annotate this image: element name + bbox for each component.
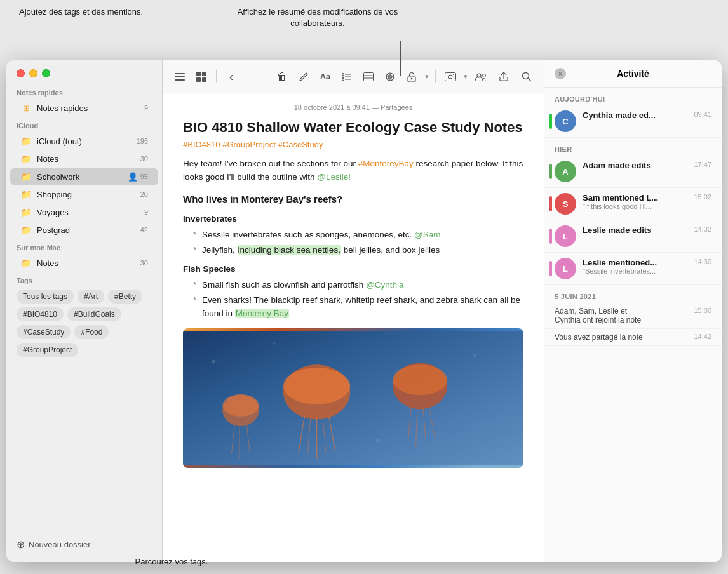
- folder-icon-mac-notes: 📁: [20, 257, 32, 269]
- activity-info-leslie-mention: Leslie mentioned... "Sessile invertebrat…: [583, 258, 689, 275]
- avatar-sam: S: [555, 193, 576, 215]
- collaborate-button[interactable]: [471, 67, 490, 86]
- icloud-all-count: 196: [137, 137, 148, 145]
- schoolwork-label: Schoolwork: [37, 172, 125, 182]
- svg-rect-13: [364, 72, 374, 81]
- tag-tous[interactable]: Tous les tags: [17, 290, 74, 304]
- schoolwork-count: 95: [140, 173, 148, 180]
- toolbar: ‹ 🗑 Aa: [163, 60, 544, 93]
- activity-item-sam[interactable]: S Sam mentioned L... "If this looks good…: [544, 188, 722, 220]
- sidebar-item-voyages[interactable]: 📁 Voyages 9: [10, 204, 158, 220]
- new-folder-icon: ⊕: [17, 538, 25, 551]
- sidebar-item-schoolwork[interactable]: 📁 Schoolwork 👤 95: [10, 168, 158, 185]
- main-content: ‹ 🗑 Aa: [163, 60, 544, 562]
- svg-point-41: [393, 364, 447, 395]
- leslie-edits-name: Leslie made edits: [583, 225, 689, 235]
- lock-button[interactable]: [402, 67, 421, 86]
- leslie-mention-preview: "Sessile invertebrates...: [583, 267, 689, 275]
- avatar-adam: A: [555, 161, 576, 182]
- invertebrates-item-1: Sessile invertebrates such as sponges, a…: [193, 228, 523, 242]
- quick-notes-count: 9: [144, 104, 148, 112]
- mention-leslie: @Leslie!: [317, 172, 351, 182]
- activity-close-button[interactable]: ×: [555, 68, 566, 79]
- maximize-button[interactable]: [42, 69, 50, 77]
- search-button[interactable]: [517, 67, 536, 86]
- checklist-button[interactable]: [337, 67, 356, 86]
- list-view-button[interactable]: [170, 67, 189, 86]
- sidebar: Notes rapides ⊞ Notes rapides 9 iCloud 📁…: [6, 60, 163, 562]
- delete-button[interactable]: 🗑: [273, 67, 292, 86]
- svg-point-28: [483, 74, 486, 77]
- sidebar-item-mac-notes[interactable]: 📁 Notes 30: [10, 255, 158, 271]
- activity-info-leslie-edits: Leslie made edits: [583, 225, 689, 235]
- folder-icon-schoolwork: 📁: [20, 171, 32, 182]
- activity-item-leslie-mention[interactable]: L Leslie mentioned... "Sessile invertebr…: [544, 253, 722, 285]
- sidebar-item-quick-notes[interactable]: ⊞ Notes rapides 9: [10, 100, 158, 116]
- mention-cynthia: @Cynthia: [366, 280, 403, 290]
- tag-casestudy[interactable]: #CaseStudy: [17, 325, 71, 339]
- mac-section-label: Sur mon Mac: [6, 239, 162, 254]
- tag-bio4810[interactable]: #BIO4810: [17, 307, 64, 321]
- smart-folder-button[interactable]: [381, 67, 400, 86]
- tag-buildgoals[interactable]: #BuildGoals: [67, 307, 121, 321]
- new-folder-button[interactable]: ⊕ Nouveau dossier: [6, 533, 162, 556]
- close-x-icon: ×: [558, 70, 562, 77]
- fish-item-2: Even sharks! The blacktip reef shark, wh…: [193, 293, 523, 321]
- svg-point-30: [523, 72, 529, 79]
- schoolwork-badge: 👤 95: [128, 172, 148, 182]
- folder-icon-postgrad: 📁: [20, 224, 32, 236]
- svg-rect-0: [175, 73, 185, 74]
- quick-notes-label: Notes rapides: [37, 103, 142, 113]
- tags-section-label: Tags: [17, 277, 152, 284]
- mention-sam: @Sam: [414, 230, 440, 239]
- svg-rect-24: [445, 72, 456, 81]
- minimize-button[interactable]: [29, 69, 37, 77]
- tag-groupproject[interactable]: #GroupProject: [17, 343, 78, 357]
- note-editor[interactable]: 18 octobre 2021 à 09:41 — Partagées BIO …: [163, 93, 544, 562]
- edit-button[interactable]: [294, 67, 313, 86]
- shopping-label: Shopping: [37, 190, 138, 199]
- sidebar-item-icloud-all[interactable]: 📁 iCloud (tout) 196: [10, 133, 158, 149]
- share-button[interactable]: [494, 67, 513, 86]
- activity-joined-time: 15:00: [694, 307, 711, 324]
- new-folder-label: Nouveau dossier: [29, 540, 91, 549]
- sidebar-item-shopping[interactable]: 📁 Shopping 20: [10, 186, 158, 203]
- sidebar-item-postgrad[interactable]: 📁 Postgrad 42: [10, 222, 158, 238]
- table-button[interactable]: [359, 67, 378, 86]
- sam-activity-preview: "If this looks good I'll...: [583, 203, 689, 210]
- note-title: BIO 4810 Shallow Water Ecology Case Stud…: [183, 119, 523, 137]
- tag-betty[interactable]: #Betty: [108, 290, 142, 304]
- mac-notes-count: 30: [140, 259, 148, 267]
- format-aa-button[interactable]: Aa: [316, 67, 335, 86]
- tags-grid: Tous les tags #Art #Betty #BIO4810 #Buil…: [17, 290, 152, 357]
- activity-shared-time: 14:42: [694, 333, 711, 342]
- svg-point-25: [448, 75, 452, 79]
- photo-button[interactable]: [441, 67, 460, 86]
- icloud-all-label: iCloud (tout): [37, 137, 134, 146]
- voyages-label: Voyages: [37, 208, 142, 217]
- svg-point-34: [283, 368, 350, 404]
- annotation-collab: Affichez le résumé des modifications de …: [229, 6, 407, 29]
- sidebar-item-icloud-notes[interactable]: 📁 Notes 30: [10, 150, 158, 167]
- tag-art[interactable]: #Art: [78, 290, 104, 304]
- activity-item-adam[interactable]: A Adam made edits 17:47: [544, 156, 722, 188]
- activity-item-leslie-edits[interactable]: L Leslie made edits 14:32: [544, 220, 722, 253]
- back-button[interactable]: ‹: [222, 67, 241, 86]
- avatar-cynthia: C: [555, 110, 576, 132]
- activity-item-cynthia[interactable]: C Cynthia made ed... 09:41: [544, 105, 722, 138]
- tag-food[interactable]: #Food: [74, 325, 109, 339]
- cynthia-activity-time: 09:41: [694, 110, 711, 118]
- mac-notes-label: Notes: [37, 258, 138, 268]
- folder-icon-icloud-all: 📁: [20, 135, 32, 147]
- invertebrates-list: Sessile invertebrates such as sponges, a…: [183, 228, 523, 257]
- close-button[interactable]: [17, 69, 25, 77]
- section-heading-reefs: Who lives in Monterey Bay's reefs?: [183, 192, 523, 207]
- note-image: [183, 328, 523, 468]
- svg-point-26: [453, 74, 454, 75]
- grid-view-button[interactable]: [192, 67, 211, 86]
- tags-section: Tags Tous les tags #Art #Betty #BIO4810 …: [6, 272, 162, 359]
- svg-point-53: [376, 439, 379, 443]
- highlight-sea-nettles: including black sea nettles,: [238, 245, 341, 255]
- activity-info-cynthia: Cynthia made ed...: [583, 110, 689, 120]
- icloud-notes-label: Notes: [37, 154, 138, 164]
